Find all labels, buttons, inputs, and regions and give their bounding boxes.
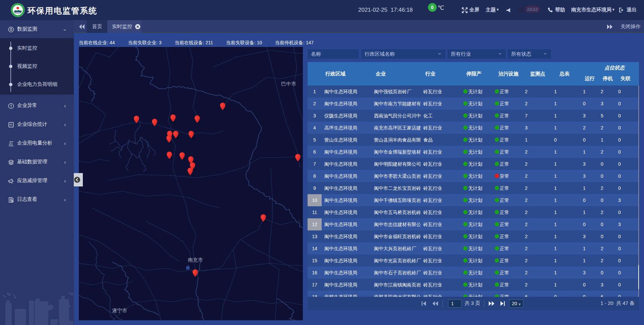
- svg-text:南充市: 南充市: [188, 257, 203, 263]
- svg-text:巴中市: 巴中市: [281, 81, 296, 87]
- svg-text:遂宁市: 遂宁市: [112, 308, 127, 313]
